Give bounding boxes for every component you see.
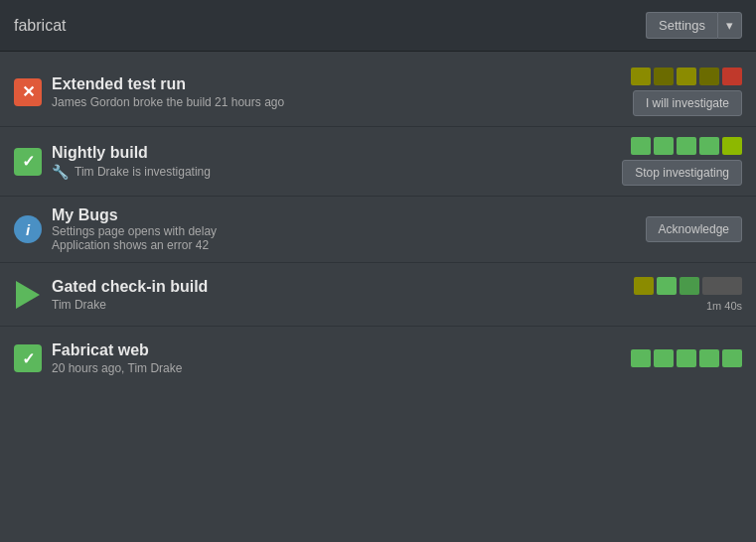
build-info-nightly-build: Nightly build 🔧 Tim Drake is investigati…	[52, 144, 612, 180]
build-name: Extended test run	[52, 75, 621, 93]
build-icon-fabricat-web: ✓	[14, 344, 42, 372]
cb4	[699, 137, 719, 155]
color-blocks-gated-checkin	[634, 277, 742, 295]
cb1	[631, 137, 651, 155]
cb1	[631, 349, 651, 367]
app-title: fabricat	[14, 17, 66, 35]
cb5	[722, 349, 742, 367]
header: fabricat Settings ▾	[0, 0, 756, 52]
build-right-my-bugs: Acknowledge	[646, 216, 742, 242]
cb3	[677, 137, 696, 155]
cb5	[722, 137, 742, 155]
build-name: Fabricat web	[52, 341, 621, 359]
build-right-gated-checkin: 1m 40s	[634, 277, 742, 312]
build-info-extended-test-run: Extended test run James Gordon broke the…	[52, 75, 621, 109]
build-icon-extended-test-run: ✕	[14, 78, 42, 106]
play-triangle-icon	[16, 281, 40, 309]
stop-investigating-button[interactable]: Stop investigating	[622, 160, 742, 186]
cb2	[654, 137, 674, 155]
build-row-nightly-build: ✓ Nightly build 🔧 Tim Drake is investiga…	[0, 127, 756, 197]
build-subtitle: Settings page opens with delay	[52, 224, 636, 238]
build-row-my-bugs: i My Bugs Settings page opens with delay…	[0, 197, 756, 263]
settings-button[interactable]: Settings	[646, 12, 717, 39]
content: ✕ Extended test run James Gordon broke t…	[0, 52, 756, 542]
build-name: Gated check-in build	[52, 278, 624, 296]
cb3	[677, 68, 696, 85]
timer-text: 1m 40s	[706, 300, 742, 312]
settings-dropdown-arrow[interactable]: ▾	[717, 12, 742, 39]
cb2	[654, 68, 674, 85]
build-right-fabricat-web	[631, 349, 742, 367]
build-info-fabricat-web: Fabricat web 20 hours ago, Tim Drake	[52, 341, 621, 375]
cb1	[631, 68, 651, 85]
build-row-fabricat-web: ✓ Fabricat web 20 hours ago, Tim Drake	[0, 327, 756, 390]
build-name: Nightly build	[52, 144, 612, 162]
build-icon-gated-checkin	[14, 281, 42, 309]
cb5	[722, 68, 742, 85]
cb4	[699, 68, 719, 85]
build-subtitle: 🔧 Tim Drake is investigating	[52, 164, 612, 180]
wrench-icon: 🔧	[52, 164, 69, 180]
build-subtitle-text: Tim Drake is investigating	[75, 165, 211, 179]
build-subtitle: 20 hours ago, Tim Drake	[52, 361, 621, 375]
color-blocks-nightly-build	[631, 137, 742, 155]
build-info-my-bugs: My Bugs Settings page opens with delay A…	[52, 206, 636, 252]
build-icon-nightly-build: ✓	[14, 148, 42, 176]
build-info-gated-checkin: Gated check-in build Tim Drake	[52, 278, 624, 312]
acknowledge-button[interactable]: Acknowledge	[646, 216, 742, 242]
settings-btn-container: Settings ▾	[646, 12, 742, 39]
build-row-gated-checkin: Gated check-in build Tim Drake 1m 40s	[0, 263, 756, 327]
build-name: My Bugs	[52, 206, 636, 224]
build-right-extended-test-run: I will investigate	[631, 68, 742, 116]
cb2	[657, 277, 677, 295]
cb3	[680, 277, 699, 295]
color-blocks-fabricat-web	[631, 349, 742, 367]
build-subtitle: Tim Drake	[52, 298, 624, 312]
cb4	[702, 277, 742, 295]
cb4	[699, 349, 719, 367]
cb1	[634, 277, 654, 295]
build-subtitle2: Application shows an error 42	[52, 238, 636, 252]
build-icon-my-bugs: i	[14, 215, 42, 243]
build-subtitle: James Gordon broke the build 21 hours ag…	[52, 95, 621, 109]
cb2	[654, 349, 674, 367]
build-right-nightly-build: Stop investigating	[622, 137, 742, 186]
cb3	[677, 349, 696, 367]
investigate-button[interactable]: I will investigate	[633, 90, 742, 116]
build-row-extended-test-run: ✕ Extended test run James Gordon broke t…	[0, 58, 756, 127]
color-blocks-extended-test-run	[631, 68, 742, 85]
